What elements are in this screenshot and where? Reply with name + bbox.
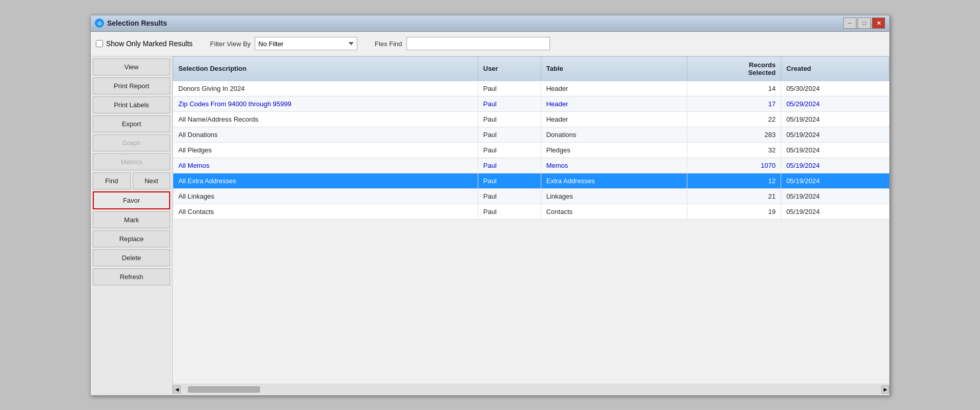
print-report-button[interactable]: Print Report bbox=[93, 77, 170, 94]
print-labels-button[interactable]: Print Labels bbox=[93, 96, 170, 113]
export-button[interactable]: Export bbox=[93, 115, 170, 132]
find-next-row: Find Next bbox=[93, 172, 170, 189]
row-created: 05/29/2024 bbox=[781, 96, 889, 111]
row-description: All Memos bbox=[173, 158, 478, 173]
row-description: All Pledges bbox=[173, 142, 478, 158]
view-button[interactable]: View bbox=[93, 58, 170, 75]
favor-button[interactable]: Favor bbox=[93, 191, 170, 209]
mark-button[interactable]: Mark bbox=[93, 211, 170, 228]
graph-button: Graph bbox=[93, 134, 170, 151]
row-user: Paul bbox=[478, 188, 541, 204]
row-table: Header bbox=[541, 96, 687, 111]
row-table: Donations bbox=[541, 127, 687, 142]
close-button[interactable]: ✕ bbox=[872, 17, 885, 29]
replace-button[interactable]: Replace bbox=[93, 230, 170, 247]
refresh-button[interactable]: Refresh bbox=[93, 268, 170, 285]
table-row[interactable]: Zip Codes From 94000 through 95999PaulHe… bbox=[173, 96, 889, 111]
minimize-button[interactable]: − bbox=[843, 17, 856, 29]
row-description: All Extra Addresses bbox=[173, 173, 478, 188]
metrics-button: Metrics bbox=[93, 153, 170, 170]
col-header-records: RecordsSelected bbox=[687, 56, 781, 81]
row-records: 1070 bbox=[687, 158, 781, 173]
row-description: Zip Codes From 94000 through 95999 bbox=[173, 96, 478, 111]
title-bar-controls: − □ ✕ bbox=[843, 17, 885, 29]
filter-view-select[interactable]: No Filter bbox=[255, 37, 357, 50]
table-row[interactable]: All DonationsPaulDonations28305/19/2024 bbox=[173, 127, 889, 142]
app-icon: ⊙ bbox=[95, 18, 104, 28]
col-header-user: User bbox=[478, 56, 541, 81]
row-records: 17 bbox=[687, 96, 781, 111]
show-only-marked-label: Show Only Marked Results bbox=[106, 40, 193, 48]
table-area: Selection Description User Table Records… bbox=[173, 56, 889, 395]
window-title: Selection Results bbox=[107, 19, 167, 27]
row-description: All Contacts bbox=[173, 204, 478, 219]
row-description: All Name/Address Records bbox=[173, 111, 478, 127]
row-user: Paul bbox=[478, 142, 541, 158]
table-wrapper[interactable]: Selection Description User Table Records… bbox=[173, 56, 889, 384]
sidebar: View Print Report Print Labels Export Gr… bbox=[91, 56, 173, 395]
table-row[interactable]: All PledgesPaulPledges3205/19/2024 bbox=[173, 142, 889, 158]
flex-find-label: Flex Find bbox=[375, 40, 402, 48]
row-table: Linkages bbox=[541, 188, 687, 204]
main-window: ⊙ Selection Results − □ ✕ Show Only Mark… bbox=[90, 15, 890, 396]
row-user: Paul bbox=[478, 111, 541, 127]
row-records: 32 bbox=[687, 142, 781, 158]
row-created: 05/19/2024 bbox=[781, 111, 889, 127]
table-row[interactable]: Donors Giving In 2024PaulHeader1405/30/2… bbox=[173, 81, 889, 96]
h-scrollbar-thumb[interactable] bbox=[188, 386, 260, 393]
row-table: Pledges bbox=[541, 142, 687, 158]
row-user: Paul bbox=[478, 96, 541, 111]
row-description: All Donations bbox=[173, 127, 478, 142]
row-created: 05/19/2024 bbox=[781, 204, 889, 219]
row-description: All Linkages bbox=[173, 188, 478, 204]
row-records: 22 bbox=[687, 111, 781, 127]
row-created: 05/30/2024 bbox=[781, 81, 889, 96]
show-only-marked-checkbox[interactable] bbox=[96, 40, 103, 47]
title-bar: ⊙ Selection Results − □ ✕ bbox=[91, 15, 889, 32]
next-button[interactable]: Next bbox=[133, 172, 171, 189]
col-header-created: Created bbox=[781, 56, 889, 81]
scroll-right-arrow[interactable]: ▶ bbox=[881, 385, 889, 394]
row-records: 19 bbox=[687, 204, 781, 219]
toolbar: Show Only Marked Results Filter View By … bbox=[91, 32, 889, 56]
show-marked-filter: Show Only Marked Results bbox=[96, 40, 193, 48]
row-records: 14 bbox=[687, 81, 781, 96]
table-row[interactable]: All LinkagesPaulLinkages2105/19/2024 bbox=[173, 188, 889, 204]
main-content: View Print Report Print Labels Export Gr… bbox=[91, 56, 889, 395]
table-row[interactable]: All Extra AddressesPaulExtra Addresses12… bbox=[173, 173, 889, 188]
row-table: Extra Addresses bbox=[541, 173, 687, 188]
scroll-left-arrow[interactable]: ◀ bbox=[173, 385, 181, 394]
row-user: Paul bbox=[478, 204, 541, 219]
row-table: Header bbox=[541, 111, 687, 127]
table-row[interactable]: All Name/Address RecordsPaulHeader2205/1… bbox=[173, 111, 889, 127]
flex-find-input[interactable] bbox=[406, 37, 550, 50]
table-row[interactable]: All MemosPaulMemos107005/19/2024 bbox=[173, 158, 889, 173]
row-table: Memos bbox=[541, 158, 687, 173]
row-table: Contacts bbox=[541, 204, 687, 219]
h-scrollbar[interactable] bbox=[182, 385, 880, 394]
row-created: 05/19/2024 bbox=[781, 127, 889, 142]
title-bar-left: ⊙ Selection Results bbox=[95, 18, 167, 28]
row-user: Paul bbox=[478, 81, 541, 96]
row-user: Paul bbox=[478, 173, 541, 188]
delete-button[interactable]: Delete bbox=[93, 249, 170, 266]
row-created: 05/19/2024 bbox=[781, 188, 889, 204]
row-records: 12 bbox=[687, 173, 781, 188]
flex-find-section: Flex Find bbox=[375, 37, 549, 50]
col-header-table: Table bbox=[541, 56, 687, 81]
results-table: Selection Description User Table Records… bbox=[173, 56, 889, 220]
row-records: 21 bbox=[687, 188, 781, 204]
find-button[interactable]: Find bbox=[93, 172, 131, 189]
table-row[interactable]: All ContactsPaulContacts1905/19/2024 bbox=[173, 204, 889, 219]
row-created: 05/19/2024 bbox=[781, 142, 889, 158]
filter-label: Filter View By bbox=[210, 40, 251, 48]
row-records: 283 bbox=[687, 127, 781, 142]
bottom-scrollbar: ◀ ▶ bbox=[173, 384, 889, 395]
col-header-description: Selection Description bbox=[173, 56, 478, 81]
row-created: 05/19/2024 bbox=[781, 158, 889, 173]
row-created: 05/19/2024 bbox=[781, 173, 889, 188]
row-description: Donors Giving In 2024 bbox=[173, 81, 478, 96]
row-table: Header bbox=[541, 81, 687, 96]
filter-section: Filter View By No Filter bbox=[210, 37, 357, 50]
restore-button[interactable]: □ bbox=[858, 17, 871, 29]
